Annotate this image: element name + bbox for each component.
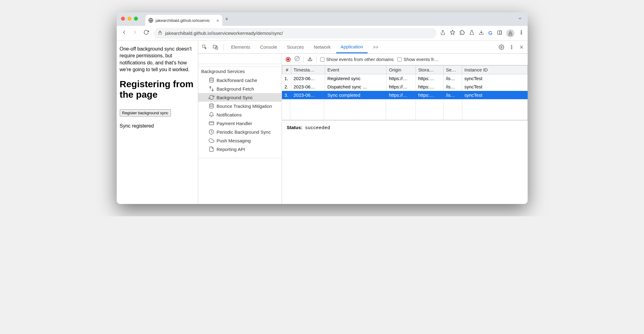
sidebar-item-bg-fetch[interactable]: Background Fetch xyxy=(198,84,282,93)
bg-sync-panel: Show events from other domains Show even… xyxy=(282,54,528,204)
clock-icon xyxy=(209,129,214,135)
new-tab-button[interactable]: + xyxy=(222,16,231,22)
save-icon[interactable] xyxy=(308,56,312,62)
forward-button[interactable] xyxy=(131,30,139,37)
card-icon xyxy=(209,120,214,126)
svg-rect-1 xyxy=(159,32,161,34)
svg-point-16 xyxy=(511,47,512,47)
table-row[interactable]: 1. 2023-06… Registered sync https://… ht… xyxy=(282,74,527,83)
kebab-icon[interactable] xyxy=(507,45,516,50)
tab-sources[interactable]: Sources xyxy=(283,41,308,53)
intro-paragraph: One-off background sync doesn't require … xyxy=(120,46,195,73)
sync-status-text: Sync registered xyxy=(120,123,195,129)
svg-point-10 xyxy=(521,34,522,35)
bell-icon xyxy=(209,112,214,117)
bookmark-star-icon[interactable] xyxy=(450,30,455,37)
tab-network[interactable]: Network xyxy=(309,41,335,53)
tab-bar: jakearchibald.github.io/isservic × + xyxy=(117,12,528,26)
sidebar-section-title: Background Services xyxy=(198,67,282,76)
tab-elements[interactable]: Elements xyxy=(227,41,255,53)
side-panel-icon[interactable] xyxy=(497,30,502,37)
devtools-body: Background Services Back/forward cache B… xyxy=(198,54,528,204)
menu-icon[interactable] xyxy=(519,30,524,37)
show-events-checkbox-2[interactable]: Show events fr… xyxy=(397,57,439,62)
svg-rect-6 xyxy=(500,31,501,34)
close-devtools-icon[interactable] xyxy=(517,45,526,50)
reload-button[interactable] xyxy=(143,30,150,37)
address-bar[interactable]: jakearchibald.github.io/isserviceworkerr… xyxy=(154,28,437,39)
events-table-wrap: # Timesta… Event Origin Stora… Se… Insta… xyxy=(282,65,528,120)
application-sidebar: Background Services Back/forward cache B… xyxy=(198,54,282,204)
sidebar-item-bfcache[interactable]: Back/forward cache xyxy=(198,76,282,84)
page-heading: Registering from the page xyxy=(120,79,195,100)
back-button[interactable] xyxy=(120,30,128,37)
tabs-dropdown-icon[interactable] xyxy=(518,16,522,22)
svg-rect-24 xyxy=(209,122,214,125)
device-toggle-icon[interactable] xyxy=(211,44,220,50)
sidebar-item-bounce[interactable]: Bounce Tracking Mitigation xyxy=(198,102,282,110)
inspect-element-icon[interactable] xyxy=(200,44,209,50)
cloud-icon xyxy=(209,138,214,143)
svg-rect-11 xyxy=(203,45,205,47)
url-text: jakearchibald.github.io/isserviceworkerr… xyxy=(165,31,433,36)
svg-marker-3 xyxy=(450,30,455,35)
events-table: # Timesta… Event Origin Stora… Se… Insta… xyxy=(282,65,528,99)
toolbar-actions: G xyxy=(440,29,524,37)
sidebar-item-periodic[interactable]: Periodic Background Sync xyxy=(198,128,282,136)
settings-icon[interactable] xyxy=(497,44,506,50)
svg-point-17 xyxy=(511,48,512,49)
svg-point-14 xyxy=(501,46,502,48)
svg-point-20 xyxy=(210,78,213,79)
labs-icon[interactable] xyxy=(469,30,474,37)
tab-application[interactable]: Application xyxy=(336,41,367,53)
sidebar-item-notifications[interactable]: Notifications xyxy=(198,110,282,119)
sidebar-item-bg-sync[interactable]: Background Sync xyxy=(198,93,282,102)
sync-icon xyxy=(209,95,214,100)
sidebar-item-reporting[interactable]: Reporting API xyxy=(198,145,282,153)
close-tab-icon[interactable]: × xyxy=(216,18,219,23)
status-line: Status: succeeded xyxy=(282,120,528,135)
page-pane: One-off background sync doesn't require … xyxy=(117,41,198,204)
table-row[interactable]: 3. 2023-06… Sync completed https://… htt… xyxy=(282,91,527,99)
maximize-window-button[interactable] xyxy=(134,17,138,21)
browser-tab[interactable]: jakearchibald.github.io/isservic × xyxy=(145,15,222,26)
show-other-domains-checkbox[interactable]: Show events from other domains xyxy=(320,57,394,62)
close-window-button[interactable] xyxy=(121,17,125,21)
google-icon[interactable]: G xyxy=(488,30,492,36)
database-icon xyxy=(209,77,214,83)
file-icon xyxy=(209,146,214,152)
table-header-row: # Timesta… Event Origin Stora… Se… Insta… xyxy=(282,66,527,74)
lock-icon xyxy=(158,31,162,36)
tab-more[interactable]: >> xyxy=(369,41,383,53)
devtools: Elements Console Sources Network Applica… xyxy=(198,41,528,204)
window-controls xyxy=(121,17,138,21)
tab-console[interactable]: Console xyxy=(256,41,281,53)
downloads-icon[interactable] xyxy=(479,30,484,37)
profile-avatar[interactable] xyxy=(506,29,514,37)
extensions-icon[interactable] xyxy=(460,30,465,37)
svg-point-8 xyxy=(521,31,522,31)
svg-point-23 xyxy=(210,104,213,105)
devtools-tabs: Elements Console Sources Network Applica… xyxy=(198,41,528,54)
content-area: One-off background sync doesn't require … xyxy=(117,41,528,204)
svg-point-9 xyxy=(521,32,522,33)
svg-point-15 xyxy=(511,45,512,46)
database-icon xyxy=(209,103,214,109)
toolbar: jakearchibald.github.io/isserviceworkerr… xyxy=(117,26,528,41)
svg-point-7 xyxy=(509,31,511,33)
updown-icon xyxy=(209,86,214,92)
browser-window: jakearchibald.github.io/isservic × + jak… xyxy=(117,12,528,204)
svg-line-28 xyxy=(295,57,299,60)
clear-button[interactable] xyxy=(294,56,300,63)
register-sync-button[interactable]: Register background sync xyxy=(120,109,171,116)
subtoolbar: Show events from other domains Show even… xyxy=(282,54,528,65)
sidebar-item-payment[interactable]: Payment Handler xyxy=(198,119,282,128)
table-row[interactable]: 2. 2023-06… Dispatched sync … https://… … xyxy=(282,83,527,91)
empty-table-area xyxy=(282,99,528,120)
share-icon[interactable] xyxy=(440,30,445,37)
sidebar-item-push[interactable]: Push Messaging xyxy=(198,136,282,145)
minimize-window-button[interactable] xyxy=(127,17,131,21)
record-button[interactable] xyxy=(286,57,291,62)
tab-title: jakearchibald.github.io/isservic xyxy=(156,18,214,23)
globe-icon xyxy=(148,18,153,23)
